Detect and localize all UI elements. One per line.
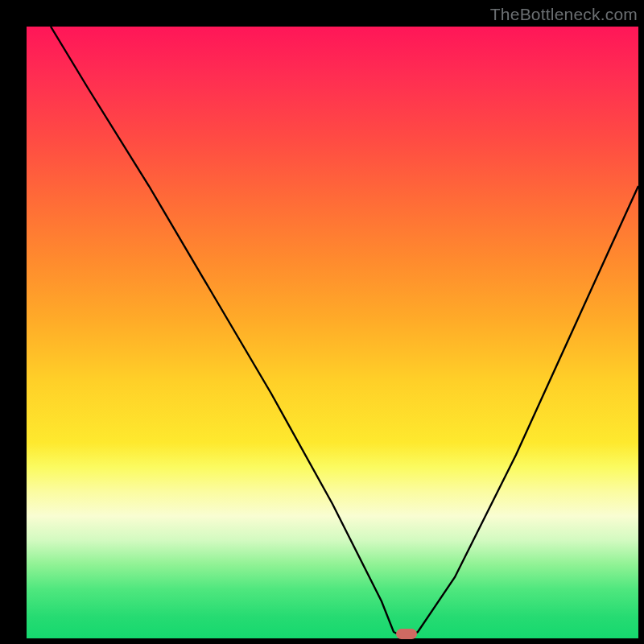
curve-path xyxy=(51,27,638,638)
chart-frame: TheBottleneck.com xyxy=(0,0,644,644)
plot-area xyxy=(27,27,638,638)
watermark: TheBottleneck.com xyxy=(490,5,638,24)
optimal-marker xyxy=(396,629,417,639)
bottleneck-curve xyxy=(27,27,638,638)
